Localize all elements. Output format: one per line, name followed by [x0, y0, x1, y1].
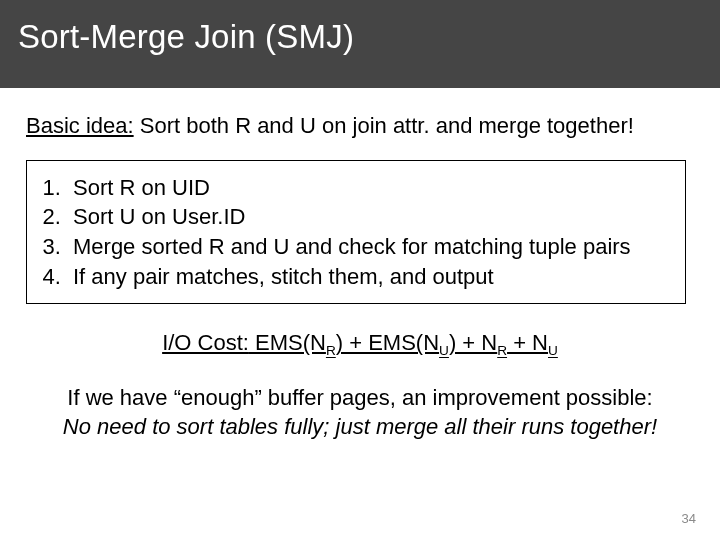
improvement-note: If we have “enough” buffer pages, an imp… [30, 383, 690, 442]
basic-idea-label: Basic idea: [26, 113, 134, 138]
io-cost-label: I/O Cost: [162, 330, 249, 355]
list-item: Sort U on User.ID [67, 202, 671, 232]
steps-list: Sort R on UID Sort U on User.ID Merge so… [41, 173, 671, 292]
page-number: 34 [682, 511, 696, 526]
slide-title: Sort-Merge Join (SMJ) [18, 18, 702, 56]
list-item: Merge sorted R and U and check for match… [67, 232, 671, 262]
list-item: Sort R on UID [67, 173, 671, 203]
slide-content: Basic idea: Sort both R and U on join at… [0, 88, 720, 442]
title-band: Sort-Merge Join (SMJ) [0, 0, 720, 88]
slide: Sort-Merge Join (SMJ) Basic idea: Sort b… [0, 0, 720, 540]
basic-idea-line: Basic idea: Sort both R and U on join at… [26, 112, 694, 140]
improvement-line2: No need to sort tables fully; just merge… [63, 414, 657, 439]
steps-box: Sort R on UID Sort U on User.ID Merge so… [26, 160, 686, 305]
basic-idea-text: Sort both R and U on join attr. and merg… [134, 113, 634, 138]
improvement-line1: If we have “enough” buffer pages, an imp… [67, 385, 652, 410]
io-cost-line: I/O Cost: EMS(NR) + EMS(NU) + NR + NU [26, 330, 694, 358]
list-item: If any pair matches, stitch them, and ou… [67, 262, 671, 292]
io-cost-formula: EMS(NR) + EMS(NU) + NR + NU [249, 330, 558, 355]
